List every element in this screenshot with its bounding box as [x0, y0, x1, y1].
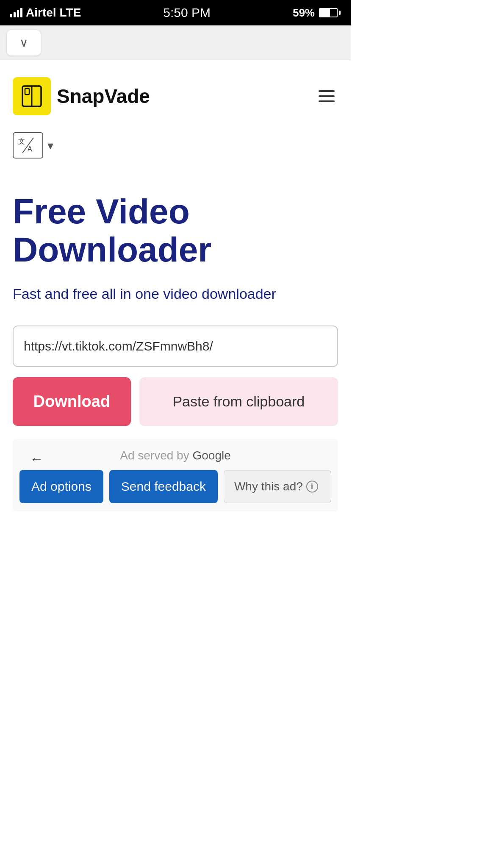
hamburger-line-1: [319, 90, 335, 92]
battery-icon: [319, 8, 341, 17]
battery-percent: 59%: [293, 6, 315, 19]
logo-icon: [13, 77, 51, 115]
nav-bar: SnapVade: [13, 77, 338, 115]
tab-chevron-button[interactable]: ∨: [7, 30, 41, 56]
tab-bar: ∨: [0, 25, 351, 60]
svg-text:文: 文: [18, 138, 25, 145]
hamburger-menu-button[interactable]: [315, 87, 338, 106]
back-arrow-icon[interactable]: ←: [30, 451, 43, 467]
translate-widget[interactable]: 文 A ▾: [13, 132, 338, 159]
url-input[interactable]: [24, 339, 327, 353]
ad-served-label: Ad served by Google: [19, 449, 331, 462]
hamburger-line-3: [319, 100, 335, 102]
signal-icon: [10, 8, 22, 17]
url-input-container: [13, 326, 338, 367]
send-feedback-button[interactable]: Send feedback: [109, 470, 218, 503]
status-bar: Airtel LTE 5:50 PM 59%: [0, 0, 351, 25]
hamburger-line-2: [319, 95, 335, 97]
time-label: 5:50 PM: [163, 6, 211, 20]
info-icon: ℹ: [306, 481, 318, 492]
translate-icon: 文 A: [13, 132, 43, 159]
chevron-down-icon: ∨: [19, 36, 28, 50]
hero-title: Free Video Downloader: [13, 192, 338, 269]
svg-text:A: A: [28, 145, 32, 153]
ad-header: ← Ad served by Google: [19, 449, 331, 470]
action-buttons-row: Download Paste from clipboard: [13, 377, 338, 426]
paste-from-clipboard-button[interactable]: Paste from clipboard: [139, 377, 338, 426]
download-button[interactable]: Download: [13, 377, 131, 426]
status-left: Airtel LTE: [10, 6, 81, 19]
ad-buttons-row: Ad options Send feedback Why this ad? ℹ: [19, 470, 331, 503]
google-label: Google: [192, 449, 230, 462]
logo-area: SnapVade: [13, 77, 150, 115]
ad-area: ← Ad served by Google Ad options Send fe…: [13, 439, 338, 512]
carrier-label: Airtel: [26, 6, 56, 19]
svg-rect-2: [25, 89, 29, 95]
status-right: 59%: [293, 6, 341, 19]
hero-subtitle: Fast and free all in one video downloade…: [13, 284, 338, 304]
translate-chevron-icon: ▾: [47, 139, 53, 153]
why-this-ad-button[interactable]: Why this ad? ℹ: [224, 470, 331, 503]
network-label: LTE: [60, 6, 81, 19]
hero-section: Free Video Downloader Fast and free all …: [13, 192, 338, 304]
why-ad-label: Why this ad?: [234, 480, 303, 493]
ad-options-button[interactable]: Ad options: [19, 470, 103, 503]
main-content: SnapVade 文 A ▾ Free Video Downloader Fas…: [0, 60, 351, 524]
logo-text: SnapVade: [57, 85, 150, 108]
